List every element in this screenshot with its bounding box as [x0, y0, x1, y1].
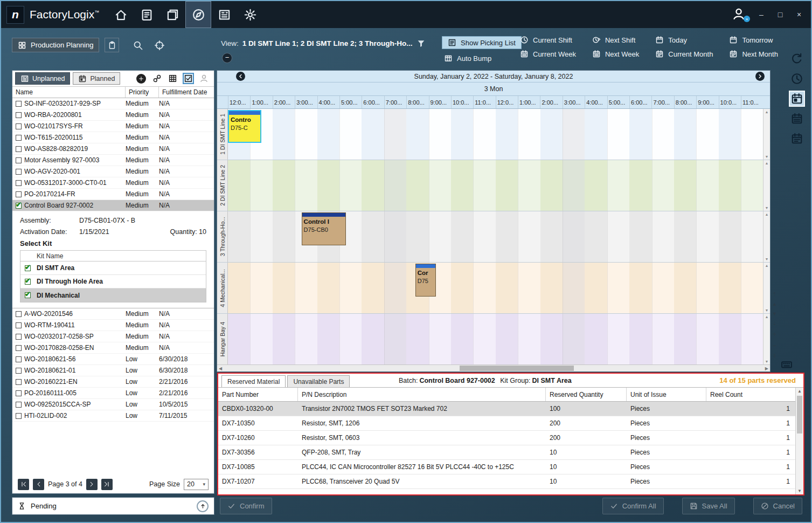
- order-row[interactable]: WO-09252015CCA-SPLow10/5/2015: [12, 399, 214, 410]
- nav-home[interactable]: [108, 1, 134, 28]
- next-page-button[interactable]: [86, 479, 98, 490]
- order-checkbox[interactable]: [16, 390, 22, 396]
- lane-grid[interactable]: ControD75-C: [228, 109, 763, 160]
- order-checkbox[interactable]: [16, 101, 22, 107]
- toolbar-button-current-month[interactable]: Current Month: [655, 50, 713, 58]
- kit-checkbox[interactable]: [25, 292, 31, 298]
- schedule-task[interactable]: ControD75-C: [228, 110, 261, 143]
- confirm-all-button[interactable]: Confirm All: [602, 498, 664, 514]
- zoom-out-icon[interactable]: −: [773, 342, 776, 349]
- tab-reserved-material[interactable]: Reserved Material: [221, 375, 286, 387]
- scroll-up-icon[interactable]: ▲: [772, 302, 777, 307]
- scroll-down-icon[interactable]: ▼: [765, 206, 769, 210]
- toolbar-button-current-week[interactable]: Current Week: [520, 50, 576, 58]
- assign-person-button[interactable]: [199, 74, 209, 83]
- lane-scrollbar[interactable]: ▲▼: [763, 160, 770, 211]
- toolbar-button-next-month[interactable]: Next Month: [729, 50, 778, 58]
- scrollbar-thumb[interactable]: [460, 366, 574, 371]
- tab-unplanned[interactable]: Unplanned: [15, 72, 70, 85]
- part-row[interactable]: DX7-10207PLCC68, Transceiver 20 Quad 5V1…: [218, 474, 795, 489]
- scroll-down-icon[interactable]: ▼: [765, 155, 769, 159]
- order-checkbox[interactable]: [16, 112, 22, 118]
- scroll-down-icon[interactable]: ▼: [796, 488, 803, 493]
- order-checkbox[interactable]: [16, 203, 22, 209]
- lane-grid[interactable]: Control ID75-CB0: [228, 211, 763, 262]
- order-row[interactable]: WO-RTM-190411MediumN/A: [12, 320, 214, 331]
- toolbar-button-next-shift[interactable]: Next Shift: [592, 36, 639, 44]
- first-page-button[interactable]: [18, 479, 29, 490]
- search-icon[interactable]: [133, 40, 143, 51]
- scrollbar-thumb[interactable]: [797, 396, 802, 433]
- confirm-button[interactable]: Confirm: [220, 498, 272, 514]
- batch-table-button[interactable]: [168, 74, 177, 83]
- order-checkbox[interactable]: [16, 413, 22, 419]
- scroll-down-icon[interactable]: ▼: [765, 308, 769, 312]
- locate-icon[interactable]: [154, 40, 165, 51]
- lane-grid[interactable]: [228, 314, 763, 364]
- order-row[interactable]: WO-20160221-ENLow2/21/2016: [12, 376, 214, 388]
- page-size-select[interactable]: 20▾: [184, 479, 209, 490]
- order-row[interactable]: WO-RBA-20200801MediumN/A: [12, 109, 214, 121]
- order-checkbox[interactable]: [16, 135, 22, 141]
- order-checkbox[interactable]: [16, 191, 22, 197]
- scroll-top-icon[interactable]: ⇡: [773, 292, 777, 297]
- add-order-button[interactable]: [136, 74, 146, 84]
- minimize-button[interactable]: –: [756, 10, 767, 19]
- part-row[interactable]: DX7-10350Resistor, SMT, 1206200Pieces1: [218, 416, 795, 431]
- scroll-up-icon[interactable]: ▲: [796, 389, 803, 394]
- previous-week-button[interactable]: [236, 72, 245, 81]
- zoom-in-icon[interactable]: +: [773, 331, 776, 338]
- order-row[interactable]: WO-AS828-08282019MediumN/A: [12, 143, 214, 155]
- kit-checkbox[interactable]: [25, 279, 31, 285]
- toolbar-button-tomorrow[interactable]: Tomorrow: [729, 36, 778, 44]
- order-row[interactable]: WO-20170828-0258-ENMediumN/A: [12, 342, 214, 354]
- kit-checkbox[interactable]: [25, 265, 31, 271]
- scroll-up-icon[interactable]: ▲: [765, 161, 769, 165]
- scroll-down-icon[interactable]: ▼: [765, 360, 769, 363]
- order-checkbox[interactable]: [16, 157, 22, 163]
- order-checkbox[interactable]: [16, 311, 22, 317]
- part-row[interactable]: CBDX0-10320-00Transistor 2N7002 TMOS FET…: [218, 402, 795, 416]
- link-order-button[interactable]: [152, 74, 162, 83]
- order-checkbox[interactable]: [16, 146, 22, 152]
- close-button[interactable]: ×: [794, 10, 804, 19]
- order-row[interactable]: WO-021017SYS-FRMediumN/A: [12, 121, 214, 132]
- auto-bump-button[interactable]: Auto Bump: [442, 52, 522, 64]
- order-row[interactable]: WO-20180621-56Low6/30/2018: [12, 354, 214, 365]
- month-view-button[interactable]: [790, 132, 804, 146]
- order-row[interactable]: SO-INF-02032017-929-SPMediumN/A: [12, 98, 214, 109]
- production-planning-button[interactable]: Production Planning: [12, 38, 99, 52]
- view-value[interactable]: 1 DI SMT Line 1; 2 DI SMT LIne 2; 3 Thro…: [242, 39, 413, 47]
- next-week-button[interactable]: [755, 72, 765, 81]
- lane-grid[interactable]: CorD75: [228, 263, 763, 313]
- nav-reports[interactable]: [211, 1, 237, 28]
- nav-work-orders[interactable]: [134, 1, 159, 28]
- schedule-task[interactable]: Control ID75-CB0: [302, 212, 346, 245]
- save-all-button[interactable]: Save All: [682, 498, 735, 514]
- parts-vertical-scrollbar[interactable]: ▲ ▼: [795, 388, 803, 494]
- lane-scrollbar[interactable]: ▲▼: [763, 211, 770, 262]
- part-row[interactable]: DX7-30356QFP-208, SMT, Tray10Pieces1: [218, 445, 795, 460]
- part-row[interactable]: DX7-10260Resistor, SMT, 0603200Pieces1: [218, 431, 795, 445]
- scroll-right-icon[interactable]: ▶: [765, 366, 768, 371]
- nav-documents[interactable]: [159, 1, 185, 28]
- order-row[interactable]: WO-AGV-2020-001MediumN/A: [12, 166, 214, 177]
- order-checkbox[interactable]: [16, 345, 22, 351]
- filter-icon[interactable]: [417, 39, 426, 48]
- toolbar-button-current-shift[interactable]: Current Shift: [520, 36, 576, 44]
- clipboard-button[interactable]: [105, 38, 119, 52]
- order-checkbox[interactable]: [16, 169, 22, 175]
- scroll-up-icon[interactable]: ▲: [765, 110, 769, 114]
- scroll-down-icon[interactable]: ▼: [772, 312, 777, 316]
- schedule-task[interactable]: CorD75: [415, 264, 436, 297]
- order-row[interactable]: HTI-02LID-002Low7/11/2015: [12, 410, 214, 422]
- order-row[interactable]: Motor Assembly 927-0003MediumN/A: [12, 155, 214, 166]
- show-picking-list-button[interactable]: Show Picking List: [442, 36, 522, 49]
- order-checkbox[interactable]: [16, 379, 22, 385]
- order-checkbox[interactable]: [16, 123, 22, 129]
- order-checkbox[interactable]: [16, 368, 22, 374]
- lane-scrollbar[interactable]: ▲▼: [763, 109, 770, 160]
- kit-row[interactable]: DI Through Hole Area: [20, 275, 206, 288]
- go-to-date-button[interactable]: [790, 52, 804, 66]
- tab-unavailable-parts[interactable]: Unavailable Parts: [287, 375, 350, 387]
